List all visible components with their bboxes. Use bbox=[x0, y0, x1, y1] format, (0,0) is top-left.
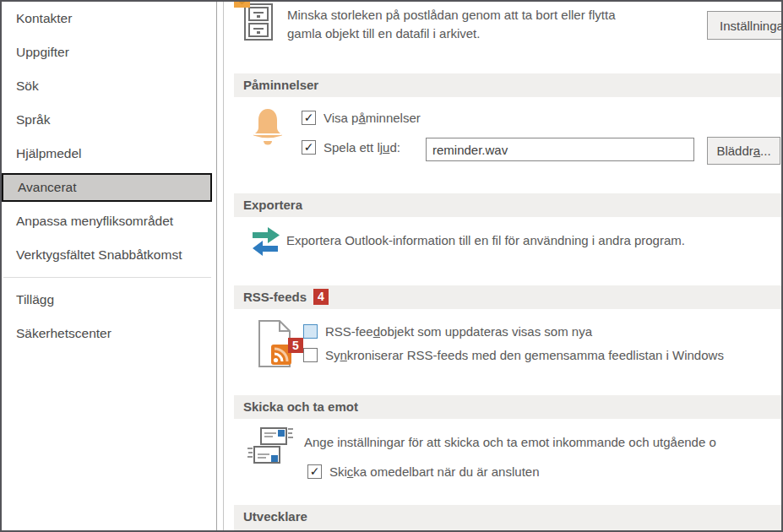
checkbox-checked-icon[interactable] bbox=[302, 140, 316, 155]
mailbox-cleanup-icon bbox=[234, 2, 278, 47]
rss-new-items-checkbox[interactable]: RSS-feedobjekt som uppdateras visas som … bbox=[303, 324, 592, 339]
rss-sync-checkbox[interactable]: Synkroniserar RSS-feeds med den gemensam… bbox=[303, 348, 724, 362]
show-reminders-checkbox[interactable]: Visa påminnelser bbox=[302, 111, 421, 125]
rss-count-badge: 4 bbox=[313, 289, 329, 305]
checkbox-checked-icon[interactable] bbox=[302, 111, 316, 125]
sidebar-item-sok[interactable]: Sök bbox=[2, 69, 216, 103]
rss-new-items-label: RSS-feedobjekt som uppdateras visas som … bbox=[325, 324, 592, 339]
sidebar-item-sprak[interactable]: Språk bbox=[2, 103, 216, 137]
send-immediately-label: Skicka omedelbart när du är ansluten bbox=[329, 464, 539, 479]
bell-icon bbox=[250, 107, 285, 149]
options-sidebar: Kontakter Uppgifter Sök Språk Hjälpmedel… bbox=[2, 2, 217, 530]
send-immediately-checkbox[interactable]: Skicka omedelbart när du är ansluten bbox=[307, 464, 539, 479]
sidebar-separator bbox=[3, 277, 211, 278]
checkbox-unchecked-focused-icon[interactable] bbox=[303, 324, 318, 339]
browse-sound-button[interactable]: Bläddra... bbox=[707, 137, 780, 165]
show-reminders-label: Visa påminnelser bbox=[324, 111, 421, 125]
sidebar-item-avancerat[interactable]: Avancerat bbox=[2, 173, 212, 202]
checkbox-checked-icon[interactable] bbox=[307, 464, 322, 479]
mailbox-cleanup-text: Minska storleken på postlådan genom att … bbox=[287, 6, 616, 43]
rss-sync-label: Synkroniserar RSS-feeds med den gemensam… bbox=[325, 348, 724, 362]
svg-text:5: 5 bbox=[292, 339, 299, 352]
export-description: Exportera Outlook-information till en fi… bbox=[286, 231, 685, 250]
sound-file-input[interactable] bbox=[426, 138, 694, 161]
send-receive-icon bbox=[247, 426, 295, 470]
sidebar-item-anpassa-menyfliksomradet[interactable]: Anpassa menyfliksområdet bbox=[2, 204, 216, 238]
sidebar-item-sakerhetscenter[interactable]: Säkerhetscenter bbox=[2, 317, 216, 350]
section-header-export: Exportera bbox=[234, 193, 781, 217]
checkbox-unchecked-icon[interactable] bbox=[303, 348, 318, 362]
autoarchive-settings-button[interactable]: Inställninga bbox=[707, 11, 781, 40]
section-header-developer: Utvecklare bbox=[234, 505, 781, 530]
export-arrows-icon bbox=[251, 222, 283, 263]
advanced-options-panel: Minska storleken på postlådan genom att … bbox=[224, 2, 781, 530]
send-receive-description: Ange inställningar för att skicka och ta… bbox=[304, 433, 716, 452]
sidebar-item-uppgifter[interactable]: Uppgifter bbox=[2, 35, 216, 69]
section-header-reminders: Påminnelser bbox=[234, 73, 781, 97]
sidebar-item-tillagg[interactable]: Tillägg bbox=[2, 283, 216, 317]
outlook-options-dialog: Kontakter Uppgifter Sök Språk Hjälpmedel… bbox=[0, 0, 783, 532]
section-header-send-receive: Skicka och ta emot bbox=[234, 395, 781, 419]
play-sound-checkbox[interactable]: Spela ett ljud: bbox=[302, 140, 400, 155]
sidebar-item-verktygsfaltet-snabbatkomst[interactable]: Verktygsfältet Snabbåtkomst bbox=[2, 238, 216, 272]
sidebar-item-hjalpmedel[interactable]: Hjälpmedel bbox=[2, 137, 216, 171]
play-sound-label: Spela ett ljud: bbox=[324, 140, 400, 155]
sidebar-item-kontakter[interactable]: Kontakter bbox=[2, 2, 216, 35]
section-header-rss: RSS-feeds4 bbox=[234, 285, 781, 309]
